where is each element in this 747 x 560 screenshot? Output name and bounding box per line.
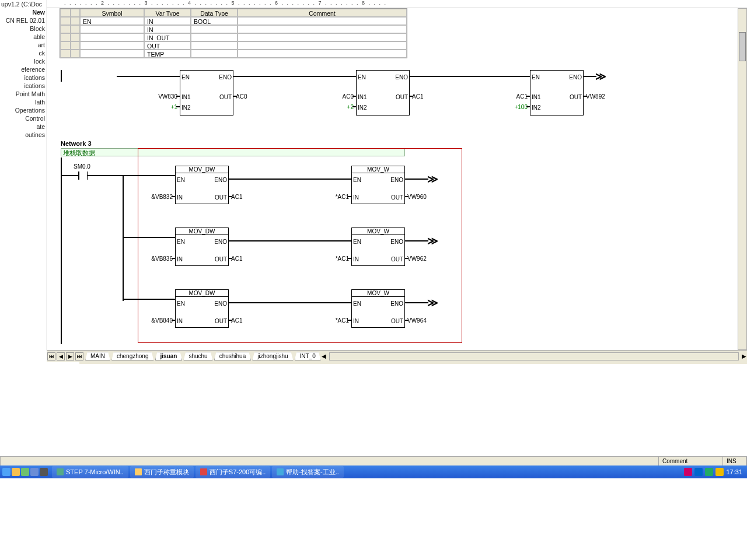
var-cell[interactable] <box>191 41 238 50</box>
var-cell[interactable] <box>80 41 144 50</box>
var-cell[interactable] <box>71 50 80 58</box>
block-input: +2 <box>333 104 354 110</box>
fbd-block[interactable]: ENENOIN1IN2OUT <box>530 70 584 116</box>
program-tab[interactable]: chengzhong <box>111 352 154 360</box>
wire <box>410 96 413 97</box>
var-cell[interactable] <box>238 33 407 41</box>
var-cell[interactable] <box>238 17 407 25</box>
fbd-block[interactable]: MOV_DWENENOINOUT <box>175 166 229 204</box>
taskbar-button[interactable]: 西门子称重模块 <box>130 466 194 478</box>
var-cell[interactable] <box>60 33 71 41</box>
var-cell[interactable]: OUT <box>144 41 191 50</box>
tree-item[interactable]: able <box>0 33 46 41</box>
vertical-scrollbar[interactable] <box>738 8 747 350</box>
var-cell[interactable] <box>71 25 80 33</box>
contact[interactable] <box>78 172 88 180</box>
var-cell[interactable]: BOOL <box>191 17 238 25</box>
tree-item[interactable]: ications <box>0 74 46 82</box>
taskbar-button[interactable]: 西门子S7-200可编.. <box>196 466 271 478</box>
tab-more-icon[interactable]: ◀ <box>321 353 327 359</box>
fbd-block[interactable]: MOV_DWENENOINOUT <box>175 289 229 328</box>
fbd-block[interactable]: MOV_DWENENOINOUT <box>175 228 229 266</box>
tree-item[interactable]: Point Math <box>0 90 46 98</box>
tree-item[interactable]: eference <box>0 65 46 74</box>
col-header <box>60 9 71 17</box>
var-cell[interactable]: TEMP <box>144 50 191 58</box>
var-cell[interactable]: EN <box>80 17 144 25</box>
var-cell[interactable] <box>80 25 144 33</box>
tree-item[interactable]: lock <box>0 57 46 65</box>
taskbar-button[interactable]: 帮助-找答案-工业.. <box>272 466 343 478</box>
horizontal-scrollbar[interactable] <box>329 352 739 360</box>
variable-table[interactable]: SymbolVar TypeData TypeCommentENINBOOLIN… <box>60 8 407 58</box>
ladder-canvas[interactable]: ENENOIN1IN2OUTVW830+1AC0ENENOIN1IN2OUTAC… <box>47 70 736 349</box>
scrollbar-thumb[interactable] <box>739 32 746 61</box>
var-cell[interactable] <box>238 50 407 58</box>
block-input: AC0 <box>327 93 354 100</box>
network-label: Network 3 <box>61 140 92 147</box>
program-tab[interactable]: INT_0 <box>295 352 321 360</box>
var-cell[interactable] <box>71 17 80 25</box>
tree-item[interactable]: CN REL 02.01 <box>0 16 46 24</box>
var-cell[interactable] <box>191 25 238 33</box>
var-cell[interactable]: IN <box>144 25 191 33</box>
program-tab[interactable]: jizhongjishu <box>252 352 293 360</box>
wire <box>229 196 232 197</box>
tree-item[interactable]: ate <box>0 123 46 131</box>
taskbar-button[interactable]: STEP 7-Micro/WIN.. <box>52 466 128 478</box>
tree-item[interactable]: New <box>0 8 46 16</box>
program-tab[interactable]: chushihua <box>214 352 252 360</box>
program-tab[interactable]: shuchu <box>183 352 212 360</box>
nav-next-icon[interactable]: ▶ <box>66 352 74 360</box>
ql-icon5[interactable] <box>40 468 48 476</box>
var-cell[interactable] <box>60 50 71 58</box>
tree-item[interactable]: art <box>0 41 46 49</box>
var-cell[interactable] <box>80 33 144 41</box>
tree-item[interactable]: ications <box>0 82 46 90</box>
fbd-block[interactable]: MOV_WENENOINOUT <box>351 228 405 266</box>
tray-icon4[interactable] <box>715 468 724 476</box>
var-cell[interactable] <box>238 41 407 50</box>
tree-item[interactable]: ck <box>0 49 46 57</box>
tray-icon2[interactable] <box>694 468 703 476</box>
var-cell[interactable] <box>71 33 80 41</box>
ql-icon4[interactable] <box>30 468 39 476</box>
tray-icon1[interactable] <box>684 468 692 476</box>
tray-icon3[interactable] <box>705 468 713 476</box>
var-cell[interactable] <box>60 41 71 50</box>
program-tab[interactable]: MAIN <box>85 352 110 360</box>
program-tab[interactable]: jisuan <box>155 352 183 360</box>
fbd-block[interactable]: MOV_WENENOINOUT <box>351 166 405 204</box>
wire <box>229 302 351 303</box>
fbd-block[interactable]: ENENOIN1IN2OUT <box>180 70 233 116</box>
var-cell[interactable] <box>238 25 407 33</box>
tree-item[interactable]: Block <box>0 24 46 33</box>
block-output: AC1 <box>231 317 242 324</box>
ql-ie-icon[interactable] <box>2 468 11 476</box>
wire <box>526 106 530 107</box>
var-cell[interactable] <box>191 50 238 58</box>
var-cell[interactable] <box>80 50 144 58</box>
var-cell[interactable]: IN_OUT <box>144 33 191 41</box>
fbd-block[interactable]: MOV_WENENOINOUT <box>351 289 405 328</box>
var-cell[interactable] <box>60 17 71 25</box>
var-cell[interactable] <box>71 41 80 50</box>
tree-item[interactable]: Operations <box>0 106 46 114</box>
project-tree-sidebar[interactable]: upv1.2 (C:\Doc NewCN REL 02.01Blockablea… <box>0 0 47 350</box>
ql-icon3[interactable] <box>21 468 29 476</box>
nav-last-icon[interactable]: ⏭ <box>75 352 83 360</box>
var-cell[interactable] <box>191 33 238 41</box>
nav-prev-icon[interactable]: ◀ <box>57 352 65 360</box>
tree-item[interactable]: lath <box>0 98 46 106</box>
ruler: . . . . . . . 2 . . . . . . . 3 . . . . … <box>47 0 747 8</box>
nav-first-icon[interactable]: ⏮ <box>47 352 55 360</box>
taskbar-label: 帮助-找答案-工业.. <box>286 468 338 477</box>
var-cell[interactable]: IN <box>144 17 191 25</box>
tree-item[interactable]: Control <box>0 114 46 123</box>
tab-more2-icon[interactable]: ▶ <box>741 353 747 359</box>
status-comment: Comment <box>659 457 723 466</box>
var-cell[interactable] <box>60 25 71 33</box>
tree-item[interactable]: outines <box>0 131 46 139</box>
ql-desktop-icon[interactable] <box>12 468 20 476</box>
fbd-block[interactable]: ENENOIN1IN2OUT <box>356 70 410 116</box>
